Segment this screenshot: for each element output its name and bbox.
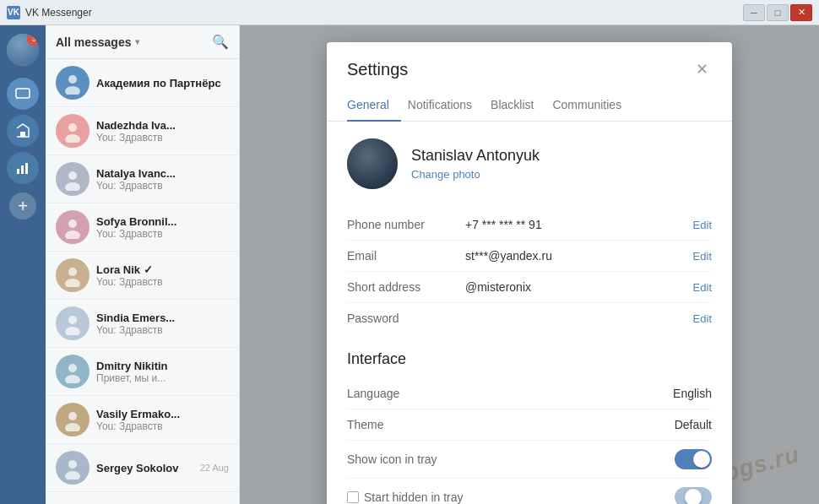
toggle-track-start-hidden[interactable] [675, 487, 712, 504]
maximize-button[interactable]: □ [767, 4, 789, 21]
avatar [56, 210, 89, 244]
svg-point-15 [68, 316, 77, 324]
avatar [56, 306, 89, 340]
minimize-button[interactable]: ─ [743, 4, 765, 21]
profile-name: Stanislav Antonyuk [411, 147, 540, 165]
chat-items-list: Академия по Партнёрс Nadezhda Iva... You… [46, 59, 239, 504]
chat-item-info: Sindia Emers... You: Здравств [96, 312, 229, 336]
svg-point-14 [65, 279, 80, 287]
settings-row: Start hidden in tray [347, 479, 712, 504]
edit-phone-button[interactable]: Edit [683, 219, 712, 231]
app-container: 3 + All messages ▾ 🔍 [0, 25, 819, 504]
list-item[interactable]: Nadezhda Iva... You: Здравств [46, 107, 239, 155]
avatar [56, 66, 89, 100]
chat-item-info: Sofya Bronnil... You: Здравств [96, 215, 229, 240]
svg-point-18 [65, 375, 80, 383]
chat-item-preview: You: Здравств [96, 420, 229, 432]
field-label-theme: Theme [347, 418, 465, 431]
chat-item-preview: You: Здравств [96, 132, 229, 144]
title-bar-left: VK VK Messenger [7, 6, 92, 19]
svg-point-5 [68, 75, 77, 84]
chat-item-name: Vasily Ermako... [96, 408, 229, 420]
avatar [56, 403, 89, 436]
close-button[interactable]: ✕ [790, 4, 812, 21]
sidebar-messages-icon[interactable] [7, 78, 39, 110]
svg-point-8 [65, 134, 80, 143]
chat-item-name: Sindia Emers... [96, 312, 229, 324]
svg-point-19 [68, 412, 77, 420]
avatar [56, 114, 89, 148]
list-item[interactable]: Vasily Ermako... You: Здравств [46, 396, 239, 444]
change-photo-button[interactable]: Change photo [411, 168, 540, 181]
field-label-tray-icon: Show icon in tray [347, 453, 465, 466]
chat-list-title: All messages ▾ [56, 35, 139, 49]
chat-item-info: Vasily Ermako... You: Здравств [96, 408, 229, 432]
chevron-down-icon[interactable]: ▾ [135, 37, 139, 46]
svg-point-7 [68, 123, 77, 132]
svg-point-9 [68, 171, 77, 180]
chat-item-info: Lora Nik ✓ You: Здравств [96, 263, 229, 288]
list-item[interactable]: Sofya Bronnil... You: Здравств [46, 203, 239, 252]
start-hidden-toggle[interactable] [675, 487, 712, 504]
edit-password-button[interactable]: Edit [683, 312, 712, 325]
tab-communities[interactable]: Communities [552, 89, 633, 122]
svg-point-21 [68, 460, 77, 469]
chat-item-name: Natalya Ivanc... [96, 167, 229, 180]
field-label-language: Language [347, 387, 465, 400]
toggle-track-tray[interactable] [675, 449, 712, 469]
modal-tabs: General Notifications Blacklist Communit… [327, 89, 732, 122]
avatar [56, 258, 89, 292]
tab-notifications[interactable]: Notifications [408, 89, 484, 122]
svg-point-6 [65, 86, 80, 95]
field-label-phone: Phone number [347, 218, 465, 231]
list-item[interactable]: Sindia Emers... You: Здравств [46, 300, 239, 348]
list-item[interactable]: Dmitry Nikitin Привет, мы и... [46, 348, 239, 396]
chat-item-name: Dmitry Nikitin [96, 360, 229, 372]
title-bar: VK VK Messenger ─ □ ✕ [0, 0, 819, 25]
settings-row: Show icon in tray [347, 441, 712, 479]
svg-point-20 [65, 423, 80, 431]
profile-avatar[interactable] [347, 138, 398, 189]
sidebar-add-button[interactable]: + [9, 192, 36, 219]
chat-item-name: Lora Nik ✓ [96, 263, 229, 276]
tab-blacklist[interactable]: Blacklist [491, 89, 545, 122]
sidebar-news-icon[interactable] [7, 115, 39, 147]
chat-item-info: Dmitry Nikitin Привет, мы и... [96, 360, 229, 384]
field-value-theme: Default [465, 418, 712, 431]
chat-item-preview: Привет, мы и... [96, 372, 229, 384]
profile-section: Stanislav Antonyuk Change photo [347, 138, 712, 189]
chat-item-name: Sofya Bronnil... [96, 215, 229, 228]
sidebar-user-avatar[interactable]: 3 [7, 34, 39, 66]
chat-list-header: All messages ▾ 🔍 [46, 25, 239, 59]
svg-rect-1 [20, 132, 25, 137]
settings-row: Short address @misteronix Edit [347, 272, 712, 303]
tab-general[interactable]: General [347, 89, 401, 122]
chat-list: All messages ▾ 🔍 Академия по Партнёрс [46, 25, 240, 504]
chat-item-preview: You: Здравств [96, 228, 229, 240]
avatar [56, 451, 89, 485]
svg-rect-4 [25, 163, 28, 174]
field-value-email: st***@yandex.ru [465, 249, 683, 263]
edit-email-button[interactable]: Edit [683, 250, 712, 263]
chat-item-name: Nadezhda Iva... [96, 119, 229, 132]
list-item[interactable]: Sergey Sokolov 22 Aug [46, 444, 239, 492]
start-hidden-checkbox[interactable] [347, 491, 359, 503]
chat-item-info: Sergey Sokolov [96, 462, 193, 474]
list-item[interactable]: Академия по Партнёрс [46, 59, 239, 107]
sidebar-chart-icon[interactable] [7, 152, 39, 184]
search-icon[interactable]: 🔍 [212, 34, 229, 50]
chat-item-preview: You: Здравств [96, 180, 229, 192]
svg-rect-0 [16, 89, 30, 98]
chat-item-info: Nadezhda Iva... You: Здравств [96, 119, 229, 144]
list-item[interactable]: Natalya Ivanc... You: Здравств [46, 155, 239, 203]
settings-row: Language English [347, 378, 712, 409]
edit-short-address-button[interactable]: Edit [683, 281, 712, 294]
settings-row: Phone number +7 *** *** ** 91 Edit [347, 209, 712, 241]
title-bar-controls: ─ □ ✕ [743, 4, 812, 21]
interface-section-title: Interface [347, 350, 712, 368]
sidebar-icons: 3 + [0, 25, 46, 504]
list-item[interactable]: Lora Nik ✓ You: Здравств [46, 252, 239, 300]
settings-row: Password Edit [347, 303, 712, 333]
modal-close-button[interactable]: ✕ [692, 59, 712, 79]
tray-icon-toggle[interactable] [675, 449, 712, 469]
